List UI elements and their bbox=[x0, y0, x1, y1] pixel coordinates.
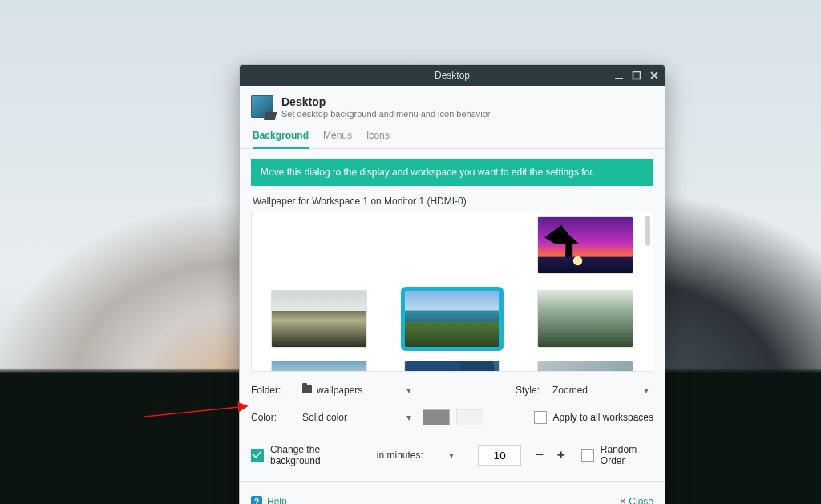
random-order-label: Random Order bbox=[601, 444, 653, 466]
change-background-label: Change the background bbox=[270, 444, 356, 466]
dialog-header: Desktop Set desktop background and menu … bbox=[240, 86, 665, 125]
dialog-title: Desktop bbox=[281, 95, 491, 108]
tab-icons[interactable]: Icons bbox=[366, 125, 390, 148]
increment-button[interactable]: + bbox=[554, 446, 568, 464]
info-banner: Move this dialog to the display and work… bbox=[251, 159, 653, 186]
close-button[interactable]: ×Close bbox=[620, 496, 653, 504]
folder-combo[interactable]: wallpapers ▾ bbox=[296, 381, 416, 399]
window-title: Desktop bbox=[435, 70, 470, 81]
tab-background[interactable]: Background bbox=[253, 125, 309, 149]
minimize-icon[interactable] bbox=[613, 70, 625, 81]
chevron-down-icon: ▾ bbox=[406, 412, 411, 423]
desktop-app-icon bbox=[251, 95, 273, 118]
svg-rect-1 bbox=[633, 72, 641, 79]
wallpaper-thumb[interactable] bbox=[538, 361, 633, 372]
wallpaper-caption: Wallpaper for Workspace 1 on Monitor 1 (… bbox=[253, 196, 652, 207]
help-button[interactable]: ? Help bbox=[251, 496, 287, 504]
dialog-subtitle: Set desktop background and menu and icon… bbox=[281, 109, 491, 119]
help-icon: ? bbox=[251, 496, 262, 504]
change-background-checkbox[interactable] bbox=[251, 449, 264, 462]
separator bbox=[240, 481, 665, 482]
wallpaper-thumb[interactable] bbox=[405, 361, 499, 372]
wallpaper-thumb[interactable] bbox=[538, 291, 633, 347]
tab-menus[interactable]: Menus bbox=[323, 125, 352, 148]
secondary-color-swatch[interactable] bbox=[456, 409, 483, 425]
chevron-down-icon: ▾ bbox=[449, 450, 454, 461]
desktop-settings-window: Desktop Desktop Set desktop background a… bbox=[239, 64, 665, 504]
color-label: Color: bbox=[251, 412, 289, 423]
svg-line-2 bbox=[144, 406, 247, 417]
annotation-arrow bbox=[143, 396, 255, 420]
wallpaper-thumb-selected[interactable] bbox=[405, 291, 499, 347]
folder-label: Folder: bbox=[251, 385, 289, 396]
wallpaper-thumb[interactable] bbox=[272, 361, 366, 372]
interval-unit-combo[interactable]: in minutes: ▾ bbox=[370, 446, 459, 464]
style-label: Style: bbox=[516, 385, 540, 396]
wallpaper-grid[interactable] bbox=[251, 212, 653, 372]
apply-all-checkbox[interactable] bbox=[534, 411, 547, 424]
random-order-checkbox[interactable] bbox=[581, 449, 594, 462]
window-titlebar[interactable]: Desktop bbox=[240, 65, 665, 86]
interval-input[interactable] bbox=[478, 445, 521, 466]
primary-color-swatch[interactable] bbox=[423, 409, 450, 425]
wallpaper-thumb[interactable] bbox=[538, 217, 633, 273]
folder-icon bbox=[302, 385, 312, 393]
svg-rect-0 bbox=[615, 78, 623, 79]
wallpaper-thumb[interactable] bbox=[272, 291, 366, 347]
style-combo[interactable]: Zoomed ▾ bbox=[546, 381, 653, 399]
maximize-icon[interactable] bbox=[631, 70, 642, 81]
close-icon[interactable] bbox=[649, 70, 660, 81]
color-mode-combo[interactable]: Solid color ▾ bbox=[296, 409, 416, 426]
apply-all-label: Apply to all workspaces bbox=[553, 412, 653, 423]
tab-bar: Background Menus Icons bbox=[240, 125, 665, 149]
decrement-button[interactable]: − bbox=[532, 446, 547, 464]
close-x-icon: × bbox=[620, 496, 625, 504]
desktop-wallpaper: Desktop Desktop Set desktop background a… bbox=[0, 0, 821, 504]
chevron-down-icon: ▾ bbox=[644, 385, 649, 396]
chevron-down-icon: ▾ bbox=[406, 385, 411, 396]
